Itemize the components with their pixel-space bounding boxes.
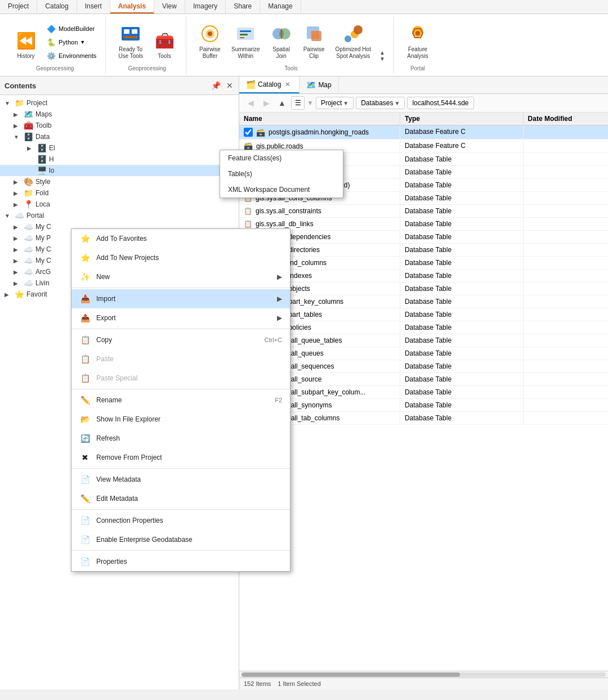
tree-item-styles[interactable]: ▶ 🎨 Style (0, 176, 239, 187)
tree-arrow-folders[interactable]: ▶ (14, 190, 21, 196)
tab-map[interactable]: 🗺️ Map (299, 77, 338, 93)
tree-arrow-livin[interactable]: ▶ (14, 280, 21, 286)
ctx-connection-properties[interactable]: 📄 Connection Properties (71, 511, 290, 530)
tree-arrow-db-el[interactable]: ▶ (27, 145, 35, 151)
history-button[interactable]: ⏪ History (11, 27, 41, 62)
ctx-copy[interactable]: 📋 Copy Ctrl+C (71, 330, 290, 349)
submenu-feature-class[interactable]: Feature Class(es) (220, 150, 343, 166)
tree-arrow-myc3[interactable]: ▶ (14, 258, 21, 264)
forward-button[interactable]: ▶ (260, 96, 273, 110)
tab-catalog[interactable]: 🗂️ Catalog ✕ (239, 77, 299, 93)
ctx-rename[interactable]: ✏️ Rename F2 (71, 391, 290, 410)
path-databases[interactable]: Databases ▼ (356, 97, 405, 109)
tab-project[interactable]: Project (0, 0, 37, 14)
ctx-properties[interactable]: 📄 Properties (71, 552, 290, 571)
table-row[interactable]: 🗃️ postgis.gisadmin.hongking_roads Datab… (239, 125, 608, 140)
tree-arrow-locators[interactable]: ▶ (14, 201, 21, 208)
table-row[interactable]: 📋 gis.sys.all_constraints Database Table (239, 205, 608, 218)
ctx-add-favorites[interactable]: ⭐ Add To Favorites (71, 229, 290, 248)
path-project[interactable]: Project ▼ (316, 97, 354, 109)
tree-item-db-lo[interactable]: ▶ 🖥️ lo (0, 165, 239, 176)
ctx-import[interactable]: 📥 Import ▶ (71, 289, 290, 308)
catalog-tab-close[interactable]: ✕ (283, 80, 292, 88)
tree-item-db-el[interactable]: ▶ 🗄️ El (0, 142, 239, 154)
table-row[interactable]: 📋 gis.sys.all_directories Database Table (239, 244, 608, 257)
ctx-view-metadata[interactable]: 📄 View Metadata (71, 470, 290, 489)
up-button[interactable]: ▲ (275, 96, 289, 110)
pairwise-clip-button[interactable]: PairwiseClip (299, 20, 329, 62)
tree-item-locators[interactable]: ▶ 📍 Loca (0, 199, 239, 210)
tree-arrow-databases[interactable]: ▼ (14, 134, 21, 140)
table-row[interactable]: 📋 postgis.sys.all_synonyms Database Tabl… (239, 399, 608, 412)
table-row[interactable]: 📋 postgis.sys.all_queues Database Table (239, 347, 608, 360)
tab-analysis[interactable]: Analysis (110, 0, 154, 14)
pairwise-buffer-button[interactable]: PairwiseBuffer (195, 20, 225, 62)
spatial-join-button[interactable]: SpatialJoin (267, 20, 296, 62)
table-row[interactable]: 📋 gis.sys.all_indexes Database Table (239, 270, 608, 282)
tab-share[interactable]: Share (226, 0, 260, 14)
ctx-show-file-explorer[interactable]: 📂 Show In File Explorer (71, 410, 290, 429)
environments-button[interactable]: ⚙️ Environments (44, 50, 99, 62)
horizontal-scrollbar[interactable] (239, 671, 608, 677)
ctx-remove-from-project[interactable]: ✖ Remove From Project (71, 448, 290, 467)
ctx-refresh[interactable]: 🔄 Refresh (71, 429, 290, 448)
table-row[interactable]: 📋 gis.sys.all_db_links Database Table (239, 218, 608, 231)
tree-item-maps[interactable]: ▶ 🗺️ Maps (0, 109, 239, 120)
table-row[interactable]: 📋 gis.sys.all_policies Database Table (239, 321, 608, 334)
tree-arrow-arcg[interactable]: ▶ (14, 269, 21, 275)
tree-item-portal[interactable]: ▼ ☁️ Portal (0, 210, 239, 221)
tree-item-db-h[interactable]: ▶ 🗄️ H (0, 154, 239, 165)
cell-type-1: Database Feature C (400, 140, 524, 152)
tree-item-project[interactable]: ▼ 📁 Project (0, 97, 239, 109)
hscroll-thumb[interactable] (242, 672, 460, 677)
table-row[interactable]: 📋 gis.sys.all_part_tables Database Table (239, 308, 608, 321)
tab-manage[interactable]: Manage (260, 0, 301, 14)
table-row[interactable]: 📋 postgis.sys.all_queue_tables Database … (239, 334, 608, 347)
table-row[interactable]: 📋 postgis.sys.all_tab_columns Database T… (239, 412, 608, 425)
contents-pin-button[interactable]: 📌 (210, 80, 222, 91)
feature-analysis-button[interactable]: FeatureAnalysis (403, 20, 432, 62)
ctx-add-new-projects[interactable]: ⭐ Add To New Projects (71, 248, 290, 267)
row-checkbox-0[interactable] (244, 128, 253, 137)
table-row[interactable]: 📋 gis.sys.all_objects Database Table (239, 282, 608, 295)
tree-item-folders[interactable]: ▶ 📁 Fold (0, 187, 239, 199)
table-row[interactable]: 📋 postgis.sys.all_sequences Database Tab… (239, 360, 608, 373)
submenu-table[interactable]: Table(s) (220, 166, 343, 182)
tree-arrow-favorites[interactable]: ▶ (5, 291, 12, 298)
python-button[interactable]: 🐍 Python ▼ (44, 36, 99, 48)
ready-to-use-button[interactable]: Ready ToUse Tools (115, 20, 146, 62)
tab-catalog[interactable]: Catalog (37, 0, 77, 14)
path-sde[interactable]: localhost,5444.sde (407, 97, 473, 109)
tab-imagery[interactable]: Imagery (185, 0, 226, 14)
ctx-edit-metadata[interactable]: ✏️ Edit Metadata (71, 489, 290, 508)
tree-arrow-myp[interactable]: ▶ (14, 235, 21, 241)
tools-scroll-button[interactable]: ▲▼ (378, 50, 387, 62)
tree-item-toolboxes[interactable]: ▶ 🧰 Toolb (0, 120, 239, 131)
tree-arrow-maps[interactable]: ▶ (14, 111, 21, 118)
tools-button[interactable]: 🧰 Tools (150, 27, 179, 62)
contents-close-button[interactable]: ✕ (225, 80, 234, 91)
submenu-xml-workspace[interactable]: XML Workspace Document (220, 182, 343, 198)
tree-arrow-styles[interactable]: ▶ (14, 179, 21, 185)
tab-insert[interactable]: Insert (77, 0, 110, 14)
tab-view[interactable]: View (154, 0, 185, 14)
tree-arrow-portal[interactable]: ▼ (5, 213, 12, 219)
modelbuilder-button[interactable]: 🔷 ModelBuilder (44, 23, 99, 35)
view-button[interactable]: ☰ (291, 96, 305, 110)
tree-arrow-project[interactable]: ▼ (5, 100, 12, 106)
ctx-export[interactable]: 📤 Export ▶ (71, 308, 290, 327)
table-row[interactable]: 📋 gis.sys.all_dependencies Database Tabl… (239, 231, 608, 244)
tree-arrow-myc2[interactable]: ▶ (14, 246, 21, 253)
table-row[interactable]: 📋 postgis.sys.all_subpart_key_colum... D… (239, 386, 608, 399)
tree-arrow-myc1[interactable]: ▶ (14, 224, 21, 230)
tree-arrow-toolboxes[interactable]: ▶ (14, 123, 21, 129)
table-row[interactable]: 📋 gis.sys.all_part_key_columns Database … (239, 295, 608, 308)
tree-item-databases[interactable]: ▼ 🗄️ Data (0, 131, 239, 142)
ctx-enable-enterprise[interactable]: 📄 Enable Enterprise Geodatabase (71, 530, 290, 549)
table-row[interactable]: 📋 postgis.sys.all_source Database Table (239, 373, 608, 386)
hot-spot-button[interactable]: Optimized HotSpot Analysis (332, 20, 374, 62)
summarize-within-button[interactable]: SummarizeWithin (228, 20, 263, 62)
back-button[interactable]: ◀ (244, 96, 257, 110)
table-row[interactable]: 📋 gis.sys.all_ind_columns Database Table (239, 257, 608, 270)
ctx-new[interactable]: ✨ New ▶ (71, 267, 290, 286)
